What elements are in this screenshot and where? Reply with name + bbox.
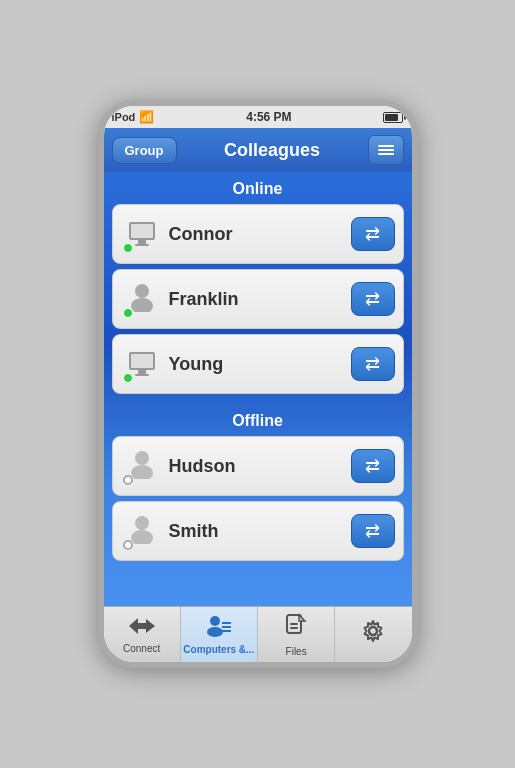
connect-btn-young[interactable]: ⇄ xyxy=(351,347,395,381)
group-button[interactable]: Group xyxy=(112,137,177,164)
list-item[interactable]: Young ⇄ xyxy=(112,334,404,394)
item-icon-wrap-hudson xyxy=(121,445,163,487)
device-name: iPod xyxy=(112,111,136,123)
svg-point-8 xyxy=(207,627,223,637)
svg-rect-14 xyxy=(290,623,298,625)
item-name-hudson: Hudson xyxy=(163,456,351,477)
tab-files[interactable]: Files xyxy=(258,607,335,662)
item-name-young: Young xyxy=(163,354,351,375)
computers-tab-icon xyxy=(206,615,232,642)
list-item[interactable]: Smith ⇄ xyxy=(112,501,404,561)
connect-tab-icon xyxy=(129,616,155,641)
status-time: 4:56 PM xyxy=(246,110,291,124)
item-name-smith: Smith xyxy=(163,521,351,542)
settings-tab-icon xyxy=(361,619,385,648)
connect-btn-franklin[interactable]: ⇄ xyxy=(351,282,395,316)
status-right xyxy=(383,112,403,123)
tab-connect[interactable]: Connect xyxy=(104,607,181,662)
tab-computers[interactable]: Computers &... xyxy=(181,607,258,662)
wifi-icon: 📶 xyxy=(139,110,154,124)
svg-marker-6 xyxy=(129,618,155,634)
connect-btn-hudson[interactable]: ⇄ xyxy=(351,449,395,483)
svg-point-5 xyxy=(131,530,153,544)
online-list: Connor ⇄ Franklin xyxy=(112,204,404,398)
online-dot-young xyxy=(123,373,133,383)
list-item[interactable]: Hudson ⇄ xyxy=(112,436,404,496)
status-bar: iPod 📶 4:56 PM xyxy=(104,106,412,128)
battery-icon xyxy=(383,112,403,123)
svg-rect-15 xyxy=(290,627,298,629)
svg-point-3 xyxy=(131,465,153,479)
hamburger-line-1 xyxy=(378,145,394,147)
status-left: iPod 📶 xyxy=(112,110,155,124)
tab-settings[interactable] xyxy=(335,607,411,662)
svg-point-1 xyxy=(131,298,153,312)
svg-point-7 xyxy=(210,616,220,626)
item-icon-wrap-franklin xyxy=(121,278,163,320)
item-name-connor: Connor xyxy=(163,224,351,245)
arrows-icon-young: ⇄ xyxy=(365,353,380,375)
arrows-icon-smith: ⇄ xyxy=(365,520,380,542)
arrows-icon-franklin: ⇄ xyxy=(365,288,380,310)
phone-frame: iPod 📶 4:56 PM Group Colleagues Online xyxy=(98,100,418,668)
tab-connect-label: Connect xyxy=(123,643,160,654)
offline-dot-smith xyxy=(123,540,133,550)
online-dot-connor xyxy=(123,243,133,253)
offline-dot-hudson xyxy=(123,475,133,485)
section-offline-header: Offline xyxy=(104,404,412,436)
svg-point-2 xyxy=(135,451,149,465)
nav-bar: Group Colleagues xyxy=(104,128,412,172)
menu-button[interactable] xyxy=(368,135,404,165)
item-icon-wrap-smith xyxy=(121,510,163,552)
connect-btn-connor[interactable]: ⇄ xyxy=(351,217,395,251)
arrows-icon-connor: ⇄ xyxy=(365,223,380,245)
svg-point-0 xyxy=(135,284,149,298)
hamburger-line-2 xyxy=(378,149,394,151)
list-item[interactable]: Franklin ⇄ xyxy=(112,269,404,329)
files-tab-icon xyxy=(285,613,307,644)
list-item[interactable]: Connor ⇄ xyxy=(112,204,404,264)
computer-icon-young xyxy=(129,352,155,376)
tab-files-label: Files xyxy=(286,646,307,657)
tab-computers-label: Computers &... xyxy=(183,644,254,655)
computer-icon-connor xyxy=(129,222,155,246)
section-online-header: Online xyxy=(104,172,412,204)
item-icon-wrap-connor xyxy=(121,213,163,255)
svg-point-4 xyxy=(135,516,149,530)
tab-bar: Connect Computers &... xyxy=(104,606,412,662)
connect-btn-smith[interactable]: ⇄ xyxy=(351,514,395,548)
hamburger-line-3 xyxy=(378,153,394,155)
item-icon-wrap-young xyxy=(121,343,163,385)
item-name-franklin: Franklin xyxy=(163,289,351,310)
offline-list: Hudson ⇄ Smith ⇄ xyxy=(112,436,404,565)
online-dot-franklin xyxy=(123,308,133,318)
nav-title: Colleagues xyxy=(177,140,368,161)
main-content: Online Connor ⇄ xyxy=(104,172,412,606)
arrows-icon-hudson: ⇄ xyxy=(365,455,380,477)
svg-point-16 xyxy=(369,627,377,635)
svg-marker-13 xyxy=(299,615,305,621)
